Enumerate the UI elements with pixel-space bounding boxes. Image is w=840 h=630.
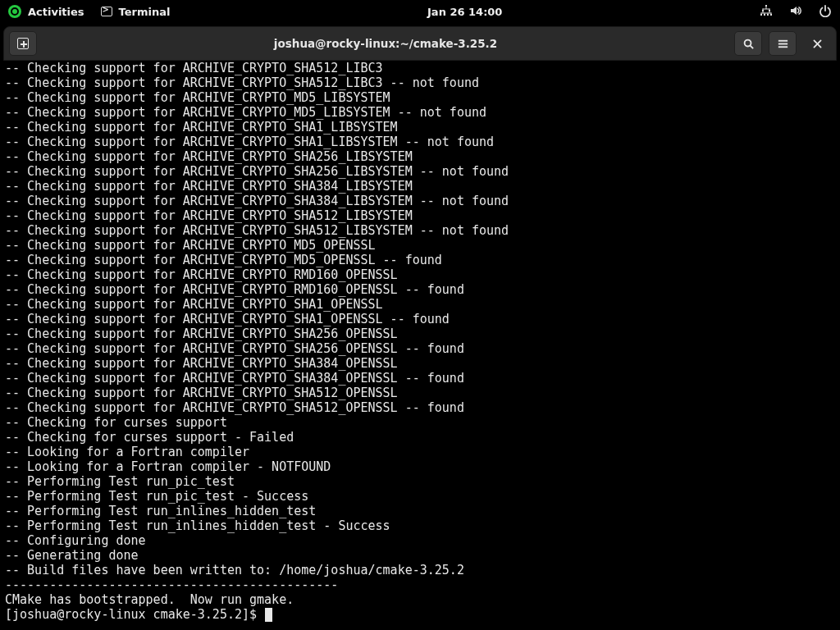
terminal-line: -- Checking support for ARCHIVE_CRYPTO_R… [5, 282, 835, 297]
terminal-line: -- Performing Test run_pic_test [5, 474, 835, 489]
svg-rect-22 [778, 46, 787, 48]
terminal-line: -- Build files have been written to: /ho… [5, 563, 835, 578]
terminal-line: -- Checking support for ARCHIVE_CRYPTO_M… [5, 253, 835, 267]
svg-rect-15 [771, 12, 772, 14]
svg-rect-13 [765, 12, 765, 14]
terminal-line: -- Configuring done [5, 533, 835, 548]
window-headerbar: joshua@rocky-linux:~/cmake-3.25.2 [3, 26, 837, 61]
terminal-line: -- Checking support for ARCHIVE_CRYPTO_M… [5, 238, 835, 253]
svg-rect-4 [763, 8, 770, 9]
svg-rect-5 [763, 8, 764, 10]
terminal-line: -- Checking support for ARCHIVE_CRYPTO_M… [5, 90, 835, 105]
terminal-line: -- Checking support for ARCHIVE_CRYPTO_S… [5, 61, 835, 75]
terminal-window: joshua@rocky-linux:~/cmake-3.25.2 [3, 26, 837, 630]
terminal-line: -- Checking support for ARCHIVE_CRYPTO_S… [5, 356, 835, 371]
svg-rect-17 [769, 11, 770, 13]
terminal-line: -- Checking support for ARCHIVE_CRYPTO_S… [5, 223, 835, 238]
new-tab-icon [17, 38, 29, 49]
terminal-line: -- Checking for curses support - Failed [5, 430, 835, 445]
terminal-line: -- Checking support for ARCHIVE_CRYPTO_S… [5, 194, 835, 208]
terminal-line: -- Performing Test run_inlines_hidden_te… [5, 518, 835, 533]
close-icon [812, 39, 823, 49]
svg-rect-14 [768, 12, 769, 14]
hamburger-menu-button[interactable] [769, 31, 797, 56]
terminal-line: -- Checking support for ARCHIVE_CRYPTO_S… [5, 386, 835, 400]
svg-rect-20 [778, 39, 787, 41]
search-icon [742, 38, 755, 50]
terminal-line: -- Checking support for ARCHIVE_CRYPTO_S… [5, 179, 835, 194]
activities-label: Activities [28, 6, 84, 18]
terminal-line: CMake has bootstrapped. Now run gmake. [5, 592, 835, 607]
svg-point-18 [744, 39, 751, 46]
terminal-line: -- Checking support for ARCHIVE_CRYPTO_R… [5, 267, 835, 282]
svg-rect-0 [765, 5, 767, 7]
new-tab-button[interactable] [9, 31, 37, 56]
hamburger-icon [777, 38, 789, 50]
svg-rect-11 [761, 12, 772, 13]
current-app-label: Terminal [119, 6, 171, 18]
current-app-indicator[interactable]: Terminal [101, 6, 171, 18]
clock-button[interactable]: Jan 26 14:00 [427, 6, 502, 18]
terminal-line: -- Generating done [5, 548, 835, 563]
terminal-line: -- Performing Test run_pic_test - Succes… [5, 489, 835, 504]
terminal-line: -- Looking for a Fortran compiler - NOTF… [5, 459, 835, 474]
search-button[interactable] [734, 31, 762, 56]
terminal-cursor [265, 608, 272, 622]
terminal-line: -- Checking support for ARCHIVE_CRYPTO_S… [5, 164, 835, 179]
terminal-line: -- Checking support for ARCHIVE_CRYPTO_S… [5, 208, 835, 223]
svg-rect-12 [761, 12, 762, 14]
power-icon[interactable] [819, 4, 832, 20]
svg-line-19 [750, 45, 753, 48]
terminal-viewport[interactable]: -- Checking support for ARCHIVE_CRYPTO_S… [3, 61, 837, 630]
terminal-prompt-line[interactable]: [joshua@rocky-linux cmake-3.25.2]$ [5, 607, 835, 622]
terminal-line: -- Checking support for ARCHIVE_CRYPTO_S… [5, 120, 835, 135]
terminal-icon [101, 7, 112, 16]
shell-prompt: [joshua@rocky-linux cmake-3.25.2]$ [5, 607, 264, 622]
gnome-top-bar: Activities Terminal Jan 26 14:00 [0, 0, 840, 23]
terminal-line: -- Checking support for ARCHIVE_CRYPTO_S… [5, 326, 835, 341]
network-icon[interactable] [760, 4, 773, 20]
terminal-line: -- Checking support for ARCHIVE_CRYPTO_S… [5, 135, 835, 149]
terminal-line: -- Checking support for ARCHIVE_CRYPTO_S… [5, 341, 835, 356]
activities-button[interactable]: Activities [8, 5, 84, 18]
terminal-line: -- Checking support for ARCHIVE_CRYPTO_S… [5, 75, 835, 90]
window-title: joshua@rocky-linux:~/cmake-3.25.2 [274, 37, 497, 50]
terminal-line: -- Checking for curses support [5, 415, 835, 430]
terminal-line: -- Looking for a Fortran compiler [5, 445, 835, 459]
terminal-line: -- Checking support for ARCHIVE_CRYPTO_S… [5, 312, 835, 326]
terminal-line: ----------------------------------------… [5, 578, 835, 592]
svg-rect-6 [769, 8, 770, 10]
close-window-button[interactable] [803, 31, 831, 56]
terminal-line: -- Checking support for ARCHIVE_CRYPTO_S… [5, 297, 835, 312]
clock-label: Jan 26 14:00 [427, 6, 502, 18]
terminal-line: -- Checking support for ARCHIVE_CRYPTO_S… [5, 149, 835, 164]
svg-rect-16 [763, 11, 764, 13]
terminal-line: -- Checking support for ARCHIVE_CRYPTO_S… [5, 400, 835, 415]
svg-rect-21 [778, 43, 787, 44]
terminal-line: -- Performing Test run_inlines_hidden_te… [5, 504, 835, 518]
terminal-line: -- Checking support for ARCHIVE_CRYPTO_M… [5, 105, 835, 120]
volume-icon[interactable] [789, 4, 802, 20]
activities-logo-icon [8, 5, 21, 18]
terminal-line: -- Checking support for ARCHIVE_CRYPTO_S… [5, 371, 835, 386]
